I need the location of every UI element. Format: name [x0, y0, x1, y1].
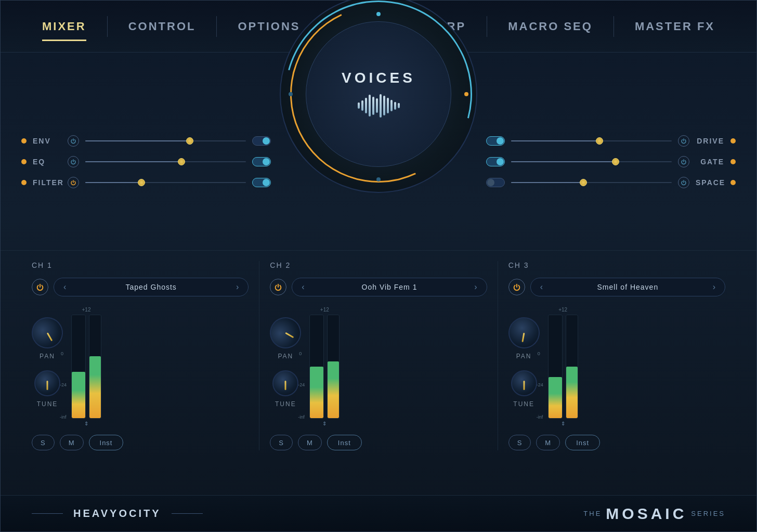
wave-bar [372, 97, 374, 115]
ch3-zero-label: 0 [538, 351, 540, 356]
ch3-inf-label: -inf [537, 414, 543, 420]
ch2-prev-preset[interactable]: ‹ [299, 282, 306, 292]
ch1-next-preset[interactable]: › [234, 282, 241, 292]
voices-title: VOICES [342, 70, 415, 86]
dot-right [464, 92, 468, 96]
ch3-pan-label: PAN [516, 353, 532, 360]
env-slider[interactable] [85, 140, 246, 141]
ch1-power-button[interactable] [32, 279, 48, 295]
ch2-bottom: S M Inst [270, 435, 487, 450]
env-toggle[interactable] [252, 136, 271, 146]
ch3-vu-top-label: +12 [558, 307, 567, 313]
ch1-mute-button[interactable]: M [60, 435, 84, 450]
wave-bar [358, 102, 360, 109]
dot-left [289, 92, 293, 96]
filter-power-button[interactable] [68, 177, 79, 188]
ch3-mute-button[interactable]: M [536, 435, 560, 450]
ch2-24-label: -24 [298, 382, 305, 387]
filter-toggle-thumb [263, 179, 270, 186]
ch1-prev-preset[interactable]: ‹ [61, 282, 68, 292]
ch3-preset-selector[interactable]: ‹ Smell of Heaven › [530, 278, 725, 296]
gate-toggle-thumb [497, 158, 504, 165]
ch2-preset-row: ‹ Ooh Vib Fem 1 › [270, 278, 487, 296]
space-power-button[interactable] [678, 177, 689, 188]
ch3-prev-preset[interactable]: ‹ [538, 282, 545, 292]
eq-fill [85, 161, 181, 162]
eq-knob[interactable] [178, 158, 185, 165]
ch2-vu-meter-2 [327, 315, 340, 419]
ch1-tune-knob[interactable] [34, 370, 60, 396]
ch3-power-button[interactable] [508, 279, 525, 295]
wave-bar [398, 103, 400, 108]
ch2-preset-selector[interactable]: ‹ Ooh Vib Fem 1 › [292, 278, 487, 296]
ch1-pan-knob[interactable] [26, 312, 69, 354]
eq-power-button[interactable] [68, 156, 79, 167]
ch1-vu-arrow[interactable]: ⇕ [84, 421, 88, 426]
ch3-vu-fill [549, 377, 562, 418]
ch2-power-button[interactable] [270, 279, 286, 295]
space-knob[interactable] [580, 179, 587, 186]
env-knob[interactable] [186, 137, 193, 145]
gate-toggle[interactable] [486, 157, 505, 166]
wave-bar [361, 100, 363, 111]
ch2-pan-knob[interactable] [264, 312, 307, 354]
drive-knob[interactable] [596, 137, 603, 145]
ch3-pan-knob[interactable] [506, 315, 542, 351]
ch2-vu-meters: 0 -24 -inf [309, 315, 340, 419]
nav-master-fx[interactable]: MASTER FX [614, 20, 736, 33]
gate-power-button[interactable] [678, 156, 689, 167]
space-slider[interactable] [511, 182, 672, 183]
filter-knob[interactable] [138, 179, 145, 186]
ch3-solo-button[interactable]: S [508, 435, 531, 450]
fx-drive-row: DRIVE [486, 135, 736, 147]
brand-name: HEAVYOCITY [73, 508, 161, 520]
space-toggle[interactable] [486, 178, 505, 187]
ch2-mute-button[interactable]: M [298, 435, 322, 450]
ch3-vu-arrow[interactable]: ⇕ [561, 421, 565, 426]
ch1-inst-button[interactable]: Inst [89, 435, 124, 450]
voices-ring: VOICES [280, 0, 477, 193]
channel-3: CH 3 ‹ Smell of Heaven › PAN [498, 261, 736, 450]
drive-power-button[interactable] [678, 135, 689, 147]
drive-label: DRIVE [696, 137, 724, 145]
eq-slider[interactable] [85, 161, 246, 162]
ch2-label: CH 2 [270, 261, 487, 269]
ch2-next-preset[interactable]: › [472, 282, 479, 292]
ch1-preset-selector[interactable]: ‹ Taped Ghosts › [54, 278, 249, 296]
ch2-inf-label: -inf [298, 414, 305, 420]
ch2-tune-knob[interactable] [272, 370, 298, 396]
logo-line-left [32, 513, 63, 514]
drive-slider[interactable] [511, 140, 672, 141]
ch2-inst-button[interactable]: Inst [327, 435, 362, 450]
eq-toggle[interactable] [252, 157, 271, 166]
ch3-inst-button[interactable]: Inst [565, 435, 600, 450]
ch3-tune-knob[interactable] [511, 370, 537, 396]
ch3-knobs: PAN TUNE [508, 307, 540, 408]
wave-bar [369, 95, 371, 116]
gate-slider[interactable] [511, 161, 672, 162]
env-power-button[interactable] [68, 135, 79, 147]
gate-knob[interactable] [612, 158, 619, 165]
drive-dot [730, 138, 736, 144]
ch2-pan-group: PAN [270, 317, 301, 360]
drive-toggle[interactable] [486, 136, 505, 146]
drive-toggle-thumb [497, 137, 504, 145]
fx-left: ENV EQ [21, 135, 271, 188]
ch3-next-preset[interactable]: › [711, 282, 717, 292]
ch2-vu-fill-2 [328, 361, 339, 418]
nav-control[interactable]: CONTROL [108, 20, 217, 33]
ch3-inner: PAN TUNE +12 0 [508, 307, 725, 426]
nav-mixer[interactable]: MIXER [21, 20, 107, 33]
ch1-solo-button[interactable]: S [32, 435, 55, 450]
filter-toggle[interactable] [252, 178, 271, 187]
ch2-tune-label: TUNE [275, 400, 296, 408]
ch2-solo-button[interactable]: S [270, 435, 293, 450]
filter-slider[interactable] [85, 182, 246, 183]
nav-macro-seq[interactable]: MACRO SEQ [487, 20, 614, 33]
ch3-24-label: -24 [537, 382, 543, 387]
ch2-vu-arrow[interactable]: ⇕ [322, 421, 327, 426]
ch3-preset-row: ‹ Smell of Heaven › [508, 278, 725, 296]
ch2-vu-fill [310, 367, 323, 418]
ch3-vu-meter-2 [566, 315, 578, 419]
ch1-inf-label: -inf [60, 414, 67, 420]
